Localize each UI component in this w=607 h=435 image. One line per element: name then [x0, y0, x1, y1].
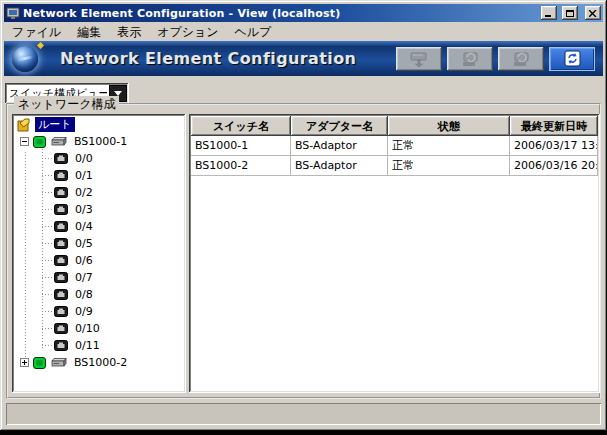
refresh-button[interactable] [549, 47, 595, 71]
port-icon [54, 204, 68, 215]
network-tree: ルート [14, 116, 184, 391]
status-bar [6, 403, 601, 425]
tree-item-label[interactable]: 0/0 [72, 152, 96, 165]
port-icon [54, 323, 68, 334]
tree-connector-stub [42, 192, 54, 193]
tree-connector-stub [42, 277, 54, 278]
table-cell: 正常 [388, 136, 510, 155]
banner-title: Network Element Configuration [60, 49, 356, 68]
tree-expander[interactable] [20, 137, 29, 146]
tree-item[interactable]: 0/3 [14, 201, 184, 218]
table-column-header[interactable]: 最終更新日時 [510, 116, 598, 136]
table-row[interactable]: BS1000-1BS-Adaptor正常2006/03/17 13:18 [191, 136, 598, 156]
table-cell: BS-Adaptor [291, 136, 388, 155]
tree-item-label[interactable]: 0/10 [72, 322, 103, 335]
globe-logo-icon [12, 46, 38, 72]
port-icon [54, 272, 68, 283]
switch-table: スイッチ名アダプター名状態最終更新日時 BS1000-1BS-Adaptor正常… [191, 116, 598, 391]
close-button[interactable] [585, 6, 601, 20]
tree-item[interactable]: 0/2 [14, 184, 184, 201]
port-icon [54, 187, 68, 198]
tree-item-label[interactable]: 0/8 [72, 288, 96, 301]
table-cell: 2006/03/17 13:18 [510, 136, 598, 155]
table-cell: 正常 [388, 156, 510, 175]
port-icon [54, 153, 68, 164]
table-header-row: スイッチ名アダプター名状態最終更新日時 [191, 116, 598, 136]
table-cell: BS-Adaptor [291, 156, 388, 175]
sparkle-icon [37, 42, 44, 49]
commit-button[interactable] [396, 47, 442, 71]
table-column-header[interactable]: 状態 [388, 116, 510, 136]
network-tree-panel: ルート [12, 114, 186, 393]
table-body: BS1000-1BS-Adaptor正常2006/03/17 13:18BS10… [191, 136, 598, 176]
tree-item-label[interactable]: 0/9 [72, 305, 96, 318]
window-title: Network Element Configuration - View (lo… [23, 7, 538, 20]
tree-item[interactable]: 0/4 [14, 218, 184, 235]
table-column-header[interactable]: アダプター名 [291, 116, 388, 136]
tree-item[interactable]: ルート [14, 116, 184, 133]
tree-item-label[interactable]: 0/7 [72, 271, 96, 284]
tree-connector-stub [42, 158, 54, 159]
tree-connector-stub [42, 311, 54, 312]
tree-item-label[interactable]: 0/4 [72, 220, 96, 233]
groupbox-label: ネットワーク構成 [14, 96, 119, 113]
tree-connector-stub [42, 328, 54, 329]
tree-item-label[interactable]: 0/2 [72, 186, 96, 199]
switch-icon [50, 357, 67, 368]
tree-item-label[interactable]: 0/1 [72, 169, 96, 182]
tree-connector-stub [42, 243, 54, 244]
tree-item-label[interactable]: BS1000-2 [71, 356, 130, 369]
tree-item[interactable]: BS1000-1 [14, 133, 184, 150]
switch-table-panel: スイッチ名アダプター名状態最終更新日時 BS1000-1BS-Adaptor正常… [189, 114, 600, 393]
menu-item-1[interactable]: 編集 [69, 23, 109, 42]
tree-item[interactable]: 0/0 [14, 150, 184, 167]
port-icon [54, 238, 68, 249]
status-led-icon [33, 357, 46, 369]
tree-item[interactable]: 0/11 [14, 337, 184, 354]
minimize-button[interactable] [541, 6, 557, 20]
tree-connector-stub [42, 175, 54, 176]
port-icon [54, 255, 68, 266]
tree-item[interactable]: 0/1 [14, 167, 184, 184]
app-window: Network Element Configuration - View (lo… [0, 0, 607, 431]
status-led-icon [33, 136, 46, 148]
tree-item-label[interactable]: 0/6 [72, 254, 96, 267]
menu-item-0[interactable]: ファイル [4, 23, 69, 42]
network-config-groupbox: ネットワーク構成 [6, 103, 601, 399]
tree-item[interactable]: 0/7 [14, 269, 184, 286]
port-icon [54, 340, 68, 351]
tree-item[interactable]: 0/8 [14, 286, 184, 303]
menu-item-3[interactable]: オプション [149, 23, 226, 42]
tree-item[interactable]: 0/9 [14, 303, 184, 320]
table-column-header[interactable]: スイッチ名 [191, 116, 291, 136]
banner-toolbar [396, 47, 595, 71]
tree-connector-stub [42, 226, 54, 227]
port-icon [54, 289, 68, 300]
tree-item[interactable]: 0/6 [14, 252, 184, 269]
menu-item-4[interactable]: ヘルプ [227, 23, 280, 42]
tree-item-label[interactable]: 0/5 [72, 237, 96, 250]
tree-connector-stub [42, 294, 54, 295]
port-icon [54, 170, 68, 181]
tree-expander[interactable] [20, 358, 29, 367]
folder-icon [16, 118, 31, 132]
table-row[interactable]: BS1000-2BS-Adaptor正常2006/03/16 20:34 [191, 156, 598, 176]
menu-item-2[interactable]: 表示 [109, 23, 149, 42]
tree-item-label[interactable]: BS1000-1 [71, 135, 130, 148]
paste-config-button[interactable] [498, 47, 544, 71]
tree-item-label[interactable]: ルート [35, 117, 75, 132]
menu-bar: ファイル編集表示オプションヘルプ [4, 23, 603, 41]
tree-item[interactable]: BS1000-2 [14, 354, 184, 371]
tree-item[interactable]: 0/10 [14, 320, 184, 337]
switch-icon [50, 136, 67, 147]
tree-item-label[interactable]: 0/11 [72, 339, 103, 352]
table-cell: 2006/03/16 20:34 [510, 156, 598, 175]
table-cell: BS1000-1 [191, 136, 291, 155]
table-cell: BS1000-2 [191, 156, 291, 175]
maximize-button[interactable] [562, 6, 578, 20]
copy-config-button[interactable] [447, 47, 493, 71]
title-bar[interactable]: Network Element Configuration - View (lo… [4, 4, 603, 22]
tree-connector-stub [42, 260, 54, 261]
tree-item-label[interactable]: 0/3 [72, 203, 96, 216]
tree-item[interactable]: 0/5 [14, 235, 184, 252]
